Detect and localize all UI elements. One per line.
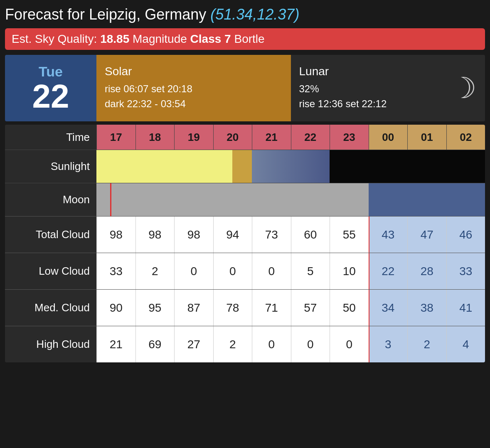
- data-cell-3: 78: [213, 290, 252, 326]
- data-cell-8: 38: [407, 290, 446, 326]
- data-cell-1: 98: [135, 217, 175, 253]
- time-cell-02: 02: [446, 125, 485, 150]
- day-box: Tue 22: [5, 55, 96, 121]
- high-cloud-cells: 2169272000324: [96, 326, 485, 362]
- time-cell-23: 23: [330, 125, 369, 150]
- moon-visual: [96, 183, 485, 216]
- moon-phase-icon: ☽: [451, 71, 477, 105]
- data-cell-3: 94: [213, 217, 252, 253]
- lunar-box: Lunar 32% rise 12:36 set 22:12 ☽: [291, 55, 485, 121]
- red-divider-low: [369, 253, 369, 289]
- sunlight-visual: [96, 150, 485, 183]
- total-cloud-cells: 98989894736055434746: [96, 217, 485, 253]
- magnitude-label: Magnitude: [133, 32, 187, 45]
- time-row: Time 17181920212223000102: [5, 125, 485, 150]
- data-cell-1: 69: [135, 326, 175, 362]
- time-cell-21: 21: [252, 125, 291, 150]
- moon-label: Moon: [5, 183, 96, 216]
- time-cell-19: 19: [174, 125, 213, 150]
- title-text: Forecast for Leipzig, Germany: [5, 6, 206, 23]
- data-cell-0: 90: [96, 290, 135, 326]
- red-divider-high: [369, 326, 369, 362]
- lunar-percent: 32%: [299, 81, 477, 96]
- data-cell-7: 22: [369, 253, 408, 289]
- sunlight-row: Sunlight: [5, 150, 485, 183]
- data-cell-6: 55: [330, 217, 369, 253]
- data-cell-4: 0: [252, 326, 291, 362]
- sunlight-yellow: [96, 150, 232, 183]
- moon-blue: [369, 183, 485, 216]
- data-cell-2: 98: [174, 217, 213, 253]
- data-cell-9: 41: [446, 290, 485, 326]
- data-cell-5: 57: [291, 290, 330, 326]
- low-cloud-cells: 332000510222833: [96, 253, 485, 289]
- data-cell-5: 0: [291, 326, 330, 362]
- day-name: Tue: [39, 64, 63, 80]
- solar-title: Solar: [105, 65, 283, 78]
- time-row-label: Time: [5, 125, 96, 150]
- sky-quality-bar: Est. Sky Quality: 18.85 Magnitude Class …: [5, 28, 485, 50]
- solar-rise: rise 06:07 set 20:18: [105, 81, 283, 96]
- time-cell-18: 18: [135, 125, 175, 150]
- data-cell-0: 98: [96, 217, 135, 253]
- red-divider-total: [369, 217, 369, 253]
- data-cell-9: 4: [446, 326, 485, 362]
- sunlight-dark: [330, 150, 485, 183]
- time-cell-00: 00: [369, 125, 408, 150]
- class-value: 7: [224, 32, 231, 45]
- sunlight-golden: [232, 150, 252, 183]
- time-cells: 17181920212223000102: [96, 125, 485, 150]
- data-cell-6: 50: [330, 290, 369, 326]
- data-cell-2: 27: [174, 326, 213, 362]
- data-cell-7: 3: [369, 326, 408, 362]
- sunlight-twilight: [252, 150, 330, 183]
- day-number: 22: [32, 80, 69, 113]
- high-cloud-row: High Cloud 2169272000324: [5, 326, 485, 362]
- data-cell-9: 33: [446, 253, 485, 289]
- time-cell-20: 20: [213, 125, 252, 150]
- class-label: Class: [190, 32, 222, 45]
- data-cell-8: 28: [407, 253, 446, 289]
- magnitude-value: 18.85: [100, 32, 129, 45]
- solar-box: Solar rise 06:07 set 20:18 dark 22:32 - …: [96, 55, 291, 121]
- high-cloud-label: High Cloud: [5, 326, 96, 362]
- data-cell-7: 34: [369, 290, 408, 326]
- data-cell-2: 87: [174, 290, 213, 326]
- bortle-label: Bortle: [234, 32, 264, 45]
- solar-dark: dark 22:32 - 03:54: [105, 96, 283, 111]
- data-cell-8: 2: [407, 326, 446, 362]
- data-cell-4: 0: [252, 253, 291, 289]
- info-panel: Tue 22 Solar rise 06:07 set 20:18 dark 2…: [5, 55, 485, 121]
- total-cloud-label: Total Cloud: [5, 217, 96, 253]
- data-cell-1: 95: [135, 290, 175, 326]
- data-cell-6: 10: [330, 253, 369, 289]
- med-cloud-cells: 90958778715750343841: [96, 290, 485, 326]
- data-cell-3: 0: [213, 253, 252, 289]
- moon-red-line: [110, 183, 111, 216]
- data-cell-7: 43: [369, 217, 408, 253]
- sky-quality-label: Est. Sky Quality:: [12, 32, 97, 45]
- moon-gray: [96, 183, 369, 216]
- time-cell-22: 22: [291, 125, 330, 150]
- data-cell-1: 2: [135, 253, 175, 289]
- data-cell-0: 33: [96, 253, 135, 289]
- coordinates: (51.34,12.37): [210, 6, 299, 23]
- low-cloud-label: Low Cloud: [5, 253, 96, 289]
- data-cell-4: 73: [252, 217, 291, 253]
- red-divider-med: [369, 290, 369, 326]
- data-cell-8: 47: [407, 217, 446, 253]
- data-cell-9: 46: [446, 217, 485, 253]
- time-cell-01: 01: [407, 125, 446, 150]
- lunar-times: rise 12:36 set 22:12: [299, 96, 477, 111]
- page-title: Forecast for Leipzig, Germany (51.34,12.…: [5, 4, 485, 25]
- forecast-grid: Time 17181920212223000102 Sunlight Moon: [5, 125, 485, 362]
- lunar-title: Lunar: [299, 65, 477, 78]
- moon-row: Moon: [5, 183, 485, 216]
- data-cell-0: 21: [96, 326, 135, 362]
- data-cell-4: 71: [252, 290, 291, 326]
- sunlight-label: Sunlight: [5, 150, 96, 183]
- med-cloud-label: Med. Cloud: [5, 290, 96, 326]
- data-cell-6: 0: [330, 326, 369, 362]
- data-cell-5: 5: [291, 253, 330, 289]
- time-cell-17: 17: [96, 125, 135, 150]
